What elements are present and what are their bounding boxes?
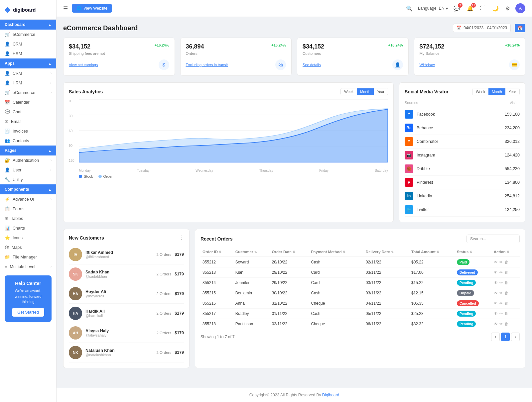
edit-icon-0[interactable]: ✏ — [499, 260, 503, 264]
sidebar-item-ecommerce[interactable]: 🛒 eCommerce — [0, 30, 56, 39]
edit-icon-3[interactable]: ✏ — [499, 291, 503, 295]
calendar-icon: 📅 — [5, 100, 10, 105]
view-icon-0[interactable]: 👁 — [494, 260, 498, 264]
edit-icon-4[interactable]: ✏ — [499, 301, 503, 306]
prev-page-button[interactable]: ‹ — [491, 333, 500, 341]
view-icon-2[interactable]: 👁 — [494, 280, 498, 285]
apps-header[interactable]: Apps ▲ — [0, 58, 56, 68]
page-1-button[interactable]: 1 — [501, 333, 510, 341]
sidebar-item-crm[interactable]: 👤 CRM — [0, 39, 56, 49]
orders-search-input[interactable] — [466, 235, 520, 243]
crm-icon: 👤 — [5, 42, 10, 47]
col-header-delivery-date[interactable]: Delivery Date ⇅ — [364, 247, 409, 257]
stat-change-0: +16.24% — [155, 43, 169, 47]
messages-button[interactable]: 💬 3 — [452, 4, 462, 13]
sidebar-item-chat[interactable]: 💬 Chat — [0, 107, 56, 117]
sidebar-item-user[interactable]: 👤 User › — [0, 165, 56, 175]
col-header-customer[interactable]: Customer ⇅ — [233, 247, 270, 257]
col-header-status[interactable]: Status ⇅ — [455, 247, 492, 257]
notifications-button[interactable]: 🔔 11 — [466, 4, 475, 13]
email-icon: ✉ — [5, 119, 8, 124]
theme-toggle-button[interactable]: 🌙 — [491, 4, 500, 13]
order-date-2: 29/10/22 — [270, 278, 309, 288]
sidebar-item-contacts[interactable]: 👥 Contacts — [0, 136, 56, 146]
customer-orders-0: 2 Orders — [156, 252, 171, 256]
sidebar-item-advance-ui[interactable]: ⚡ Advance UI › — [0, 194, 56, 204]
stat-link-3[interactable]: Withdraw — [420, 63, 435, 67]
stat-link-0[interactable]: View net earnings — [69, 63, 98, 67]
hamburger-button[interactable]: ☰ — [63, 5, 68, 12]
sidebar-item-utility[interactable]: 🔧 Utility — [0, 175, 56, 184]
sort-icon: ⇅ — [343, 251, 345, 254]
more-options-icon[interactable]: ⋮ — [179, 235, 184, 241]
sidebar-item-apps-crm[interactable]: 👤 CRM › — [0, 68, 56, 78]
view-website-button[interactable]: 🌐 View Website — [72, 4, 112, 13]
sidebar-item-file-manager[interactable]: 📁 File Manager — [0, 252, 56, 262]
sidebar-item-invoices[interactable]: 🧾 Invoices — [0, 126, 56, 136]
sidebar-item-apps-hrm[interactable]: 👤 HRM › — [0, 78, 56, 88]
status-badge: Pending — [457, 321, 476, 327]
date-range-picker[interactable]: 📅 04/01/2023 - 04/01/2023 — [453, 24, 511, 32]
col-header-total-amount[interactable]: Total Amount ⇅ — [409, 247, 455, 257]
view-icon-3[interactable]: 👁 — [494, 291, 498, 295]
order-date-6: 03/11/22 — [270, 319, 309, 329]
fullscreen-button[interactable]: ⛶ — [479, 4, 487, 13]
social-count-0: 153,100 — [505, 112, 520, 117]
delete-icon-1[interactable]: 🗑 — [504, 270, 508, 275]
stat-link-1[interactable]: Excluding orders in transit — [186, 63, 228, 67]
sales-year-btn[interactable]: Year — [374, 88, 388, 95]
sidebar-item-forms[interactable]: 📋 Forms — [0, 204, 56, 214]
sidebar-item-charts[interactable]: 📊 Charts — [0, 223, 56, 233]
view-icon-5[interactable]: 👁 — [494, 311, 498, 316]
language-selector[interactable]: Language: EN ▾ — [418, 6, 448, 11]
view-icon-6[interactable]: 👁 — [494, 322, 498, 326]
social-name-3: Instagram — [417, 153, 505, 157]
help-button[interactable]: Get Started — [12, 308, 44, 317]
sidebar-item-email[interactable]: ✉ Email — [0, 117, 56, 126]
footer-brand-link[interactable]: Digiboard — [322, 393, 339, 397]
sidebar-item-authentication[interactable]: 🔐 Authentication › — [0, 155, 56, 165]
delete-icon-6[interactable]: 🗑 — [504, 322, 508, 326]
delete-icon-2[interactable]: 🗑 — [504, 280, 508, 285]
sales-week-btn[interactable]: Week — [341, 88, 357, 95]
delete-icon-5[interactable]: 🗑 — [504, 311, 508, 316]
sidebar-item-calendar[interactable]: 📅 Calendar — [0, 97, 56, 107]
date-picker-button[interactable]: 📅 — [515, 24, 525, 32]
user-avatar[interactable]: A — [515, 3, 525, 13]
sidebar-item-tables[interactable]: ⊞ Tables — [0, 214, 56, 223]
col-header-order-id[interactable]: Order ID ⇅ — [200, 247, 233, 257]
sidebar-item-apps-ecommerce[interactable]: 🛒 eCommerce › — [0, 88, 56, 97]
stat-link-2[interactable]: See details — [303, 63, 321, 67]
sidebar-item-hrm[interactable]: 👤 HRM — [0, 49, 56, 58]
social-year-btn[interactable]: Year — [505, 88, 519, 95]
sales-month-btn[interactable]: Month — [357, 88, 374, 95]
social-week-btn[interactable]: Week — [472, 88, 488, 95]
edit-icon-1[interactable]: ✏ — [499, 270, 503, 275]
view-icon-4[interactable]: 👁 — [494, 301, 498, 306]
delete-icon-3[interactable]: 🗑 — [504, 291, 508, 295]
sidebar-item-multiple-level[interactable]: ≡ Multiple Level › — [0, 262, 56, 271]
edit-icon-6[interactable]: ✏ — [499, 322, 503, 326]
col-header-action[interactable]: Action ⇅ — [492, 247, 520, 257]
dashboard-header[interactable]: Dashboard ▲ — [0, 20, 56, 30]
sidebar-item-icons[interactable]: ⭐ Icons — [0, 233, 56, 243]
sidebar-item-maps[interactable]: 🗺 Maps — [0, 243, 56, 252]
apps-section: Apps ▲ 👤 CRM › 👤 HRM › 🛒 e — [0, 58, 56, 146]
pages-header[interactable]: Pages ▲ — [0, 146, 56, 155]
edit-icon-5[interactable]: ✏ — [499, 311, 503, 316]
next-page-button[interactable]: › — [511, 333, 520, 341]
view-icon-1[interactable]: 👁 — [494, 270, 498, 275]
delete-icon-4[interactable]: 🗑 — [504, 301, 508, 306]
customer-item-5: NK Natalush Khan @natalushkhan 2 Orders … — [69, 343, 184, 362]
delete-icon-0[interactable]: 🗑 — [504, 260, 508, 264]
col-header-payment-method[interactable]: Payment Method ⇅ — [309, 247, 363, 257]
sales-analytics-title: Sales Analytics — [69, 89, 103, 94]
search-button[interactable]: 🔍 — [405, 4, 414, 13]
settings-button[interactable]: ⚙ — [504, 4, 511, 13]
social-month-btn[interactable]: Month — [488, 88, 505, 95]
edit-icon-2[interactable]: ✏ — [499, 280, 503, 285]
customer-avatar-2: HA — [69, 287, 82, 300]
components-header[interactable]: Components ▲ — [0, 184, 56, 194]
col-header-order-date[interactable]: Order Date ⇅ — [270, 247, 309, 257]
action-icons-3: 👁 ✏ 🗑 — [494, 291, 518, 295]
